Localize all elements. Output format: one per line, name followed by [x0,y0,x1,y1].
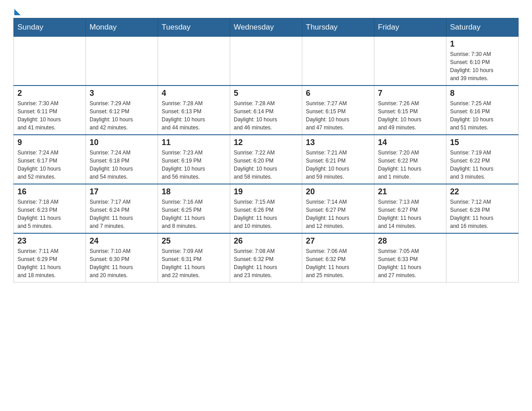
calendar-day-cell: 18Sunrise: 7:16 AMSunset: 6:25 PMDayligh… [158,184,230,233]
day-info: Sunrise: 7:06 AMSunset: 6:32 PMDaylight:… [306,247,370,279]
calendar-day-cell: 19Sunrise: 7:15 AMSunset: 6:26 PMDayligh… [230,184,302,233]
calendar-day-cell: 17Sunrise: 7:17 AMSunset: 6:24 PMDayligh… [86,184,158,233]
calendar-week-row: 16Sunrise: 7:18 AMSunset: 6:23 PMDayligh… [14,184,519,233]
calendar-day-cell: 1Sunrise: 7:30 AMSunset: 6:10 PMDaylight… [446,37,519,86]
calendar-day-cell: 9Sunrise: 7:24 AMSunset: 6:17 PMDaylight… [14,135,86,184]
day-number: 5 [234,89,298,98]
day-number: 27 [306,236,370,246]
day-of-week-header: Monday [86,18,158,37]
day-info: Sunrise: 7:12 AMSunset: 6:28 PMDaylight:… [450,198,515,230]
day-info: Sunrise: 7:15 AMSunset: 6:26 PMDaylight:… [234,198,298,230]
calendar-day-cell: 25Sunrise: 7:09 AMSunset: 6:31 PMDayligh… [158,233,230,283]
calendar-day-cell [374,37,446,86]
day-info: Sunrise: 7:23 AMSunset: 6:19 PMDaylight:… [162,149,226,181]
calendar-day-cell: 8Sunrise: 7:25 AMSunset: 6:16 PMDaylight… [446,86,519,135]
day-info: Sunrise: 7:16 AMSunset: 6:25 PMDaylight:… [162,198,226,230]
day-number: 21 [378,187,442,197]
day-number: 12 [234,138,298,147]
calendar-day-cell: 4Sunrise: 7:28 AMSunset: 6:13 PMDaylight… [158,86,230,135]
day-info: Sunrise: 7:20 AMSunset: 6:22 PMDaylight:… [378,149,442,181]
day-info: Sunrise: 7:05 AMSunset: 6:33 PMDaylight:… [378,247,442,279]
day-info: Sunrise: 7:19 AMSunset: 6:22 PMDaylight:… [450,149,515,181]
logo-arrow-icon [14,9,21,15]
day-number: 13 [306,138,370,147]
day-info: Sunrise: 7:11 AMSunset: 6:29 PMDaylight:… [17,247,82,279]
calendar-day-cell: 27Sunrise: 7:06 AMSunset: 6:32 PMDayligh… [302,233,374,283]
day-number: 20 [306,187,370,197]
day-info: Sunrise: 7:10 AMSunset: 6:30 PMDaylight:… [90,247,154,279]
calendar-day-cell [230,37,302,86]
day-info: Sunrise: 7:09 AMSunset: 6:31 PMDaylight:… [162,247,226,279]
day-number: 25 [162,236,226,246]
day-number: 14 [378,138,442,147]
calendar-day-cell: 15Sunrise: 7:19 AMSunset: 6:22 PMDayligh… [446,135,519,184]
calendar-day-cell: 22Sunrise: 7:12 AMSunset: 6:28 PMDayligh… [446,184,519,233]
day-number: 11 [162,138,226,147]
calendar-day-cell [86,37,158,86]
day-info: Sunrise: 7:26 AMSunset: 6:15 PMDaylight:… [378,99,442,132]
day-info: Sunrise: 7:24 AMSunset: 6:18 PMDaylight:… [90,149,154,181]
day-info: Sunrise: 7:21 AMSunset: 6:21 PMDaylight:… [306,149,370,181]
day-number: 8 [450,89,515,98]
day-number: 1 [450,39,515,49]
day-info: Sunrise: 7:08 AMSunset: 6:32 PMDaylight:… [234,247,298,279]
day-number: 28 [378,236,442,246]
calendar-day-cell: 23Sunrise: 7:11 AMSunset: 6:29 PMDayligh… [14,233,86,283]
day-info: Sunrise: 7:24 AMSunset: 6:17 PMDaylight:… [17,149,82,181]
day-number: 9 [17,138,82,147]
calendar-day-cell: 13Sunrise: 7:21 AMSunset: 6:21 PMDayligh… [302,135,374,184]
calendar-day-cell: 28Sunrise: 7:05 AMSunset: 6:33 PMDayligh… [374,233,446,283]
day-of-week-header: Wednesday [230,18,302,37]
day-number: 2 [17,89,82,98]
calendar-day-cell: 12Sunrise: 7:22 AMSunset: 6:20 PMDayligh… [230,135,302,184]
calendar-week-row: 1Sunrise: 7:30 AMSunset: 6:10 PMDaylight… [14,37,519,86]
calendar-week-row: 23Sunrise: 7:11 AMSunset: 6:29 PMDayligh… [14,233,519,283]
day-info: Sunrise: 7:18 AMSunset: 6:23 PMDaylight:… [17,198,82,230]
day-number: 19 [234,187,298,197]
day-info: Sunrise: 7:14 AMSunset: 6:27 PMDaylight:… [306,198,370,230]
calendar-day-cell: 11Sunrise: 7:23 AMSunset: 6:19 PMDayligh… [158,135,230,184]
calendar-day-cell: 20Sunrise: 7:14 AMSunset: 6:27 PMDayligh… [302,184,374,233]
day-number: 4 [162,89,226,98]
day-number: 7 [378,89,442,98]
day-info: Sunrise: 7:13 AMSunset: 6:27 PMDaylight:… [378,198,442,230]
day-info: Sunrise: 7:17 AMSunset: 6:24 PMDaylight:… [90,198,154,230]
calendar-day-cell: 5Sunrise: 7:28 AMSunset: 6:14 PMDaylight… [230,86,302,135]
day-info: Sunrise: 7:25 AMSunset: 6:16 PMDaylight:… [450,99,515,132]
day-of-week-header: Saturday [446,18,519,37]
day-number: 26 [234,236,298,246]
day-number: 22 [450,187,515,197]
day-number: 3 [90,89,154,98]
day-number: 10 [90,138,154,147]
calendar-day-cell: 16Sunrise: 7:18 AMSunset: 6:23 PMDayligh… [14,184,86,233]
calendar-day-cell [158,37,230,86]
calendar-week-row: 2Sunrise: 7:30 AMSunset: 6:11 PMDaylight… [14,86,519,135]
calendar-week-row: 9Sunrise: 7:24 AMSunset: 6:17 PMDaylight… [14,135,519,184]
logo [13,9,21,13]
day-of-week-header: Tuesday [158,18,230,37]
day-number: 16 [17,187,82,197]
day-info: Sunrise: 7:30 AMSunset: 6:10 PMDaylight:… [450,50,515,82]
day-info: Sunrise: 7:27 AMSunset: 6:15 PMDaylight:… [306,99,370,132]
day-number: 17 [90,187,154,197]
day-number: 6 [306,89,370,98]
page-header [13,9,519,13]
calendar-day-cell: 14Sunrise: 7:20 AMSunset: 6:22 PMDayligh… [374,135,446,184]
day-of-week-header: Sunday [14,18,86,37]
day-info: Sunrise: 7:22 AMSunset: 6:20 PMDaylight:… [234,149,298,181]
calendar-day-cell: 2Sunrise: 7:30 AMSunset: 6:11 PMDaylight… [14,86,86,135]
calendar-day-cell [446,233,519,283]
day-number: 24 [90,236,154,246]
day-info: Sunrise: 7:30 AMSunset: 6:11 PMDaylight:… [17,99,82,132]
calendar-header-row: SundayMondayTuesdayWednesdayThursdayFrid… [14,18,519,37]
day-of-week-header: Thursday [302,18,374,37]
calendar-day-cell: 6Sunrise: 7:27 AMSunset: 6:15 PMDaylight… [302,86,374,135]
day-number: 15 [450,138,515,147]
calendar-day-cell: 26Sunrise: 7:08 AMSunset: 6:32 PMDayligh… [230,233,302,283]
day-of-week-header: Friday [374,18,446,37]
calendar-day-cell [14,37,86,86]
day-number: 23 [17,236,82,246]
calendar-day-cell: 3Sunrise: 7:29 AMSunset: 6:12 PMDaylight… [86,86,158,135]
day-info: Sunrise: 7:28 AMSunset: 6:14 PMDaylight:… [234,99,298,132]
calendar-day-cell: 10Sunrise: 7:24 AMSunset: 6:18 PMDayligh… [86,135,158,184]
